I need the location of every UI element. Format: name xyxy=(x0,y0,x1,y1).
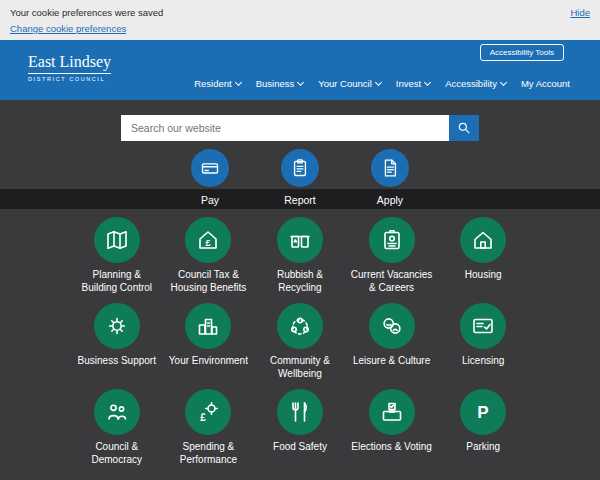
service-tile-leisure-and-culture[interactable]: Leisure & Culture xyxy=(346,303,438,380)
quick-action-report[interactable]: Report xyxy=(260,149,340,206)
nav-item-business[interactable]: Business xyxy=(256,78,304,89)
service-tile-planning-and-building-control[interactable]: Planning & Building Control xyxy=(71,217,163,294)
search-row xyxy=(0,115,600,141)
service-circle xyxy=(369,389,415,435)
service-label: Council Tax & Housing Benefits xyxy=(165,268,251,294)
gear-icon xyxy=(105,314,129,338)
pay-icon xyxy=(200,158,220,178)
service-tile-elections-and-voting[interactable]: Elections & Voting xyxy=(346,389,438,466)
service-label: Current Vacancies & Careers xyxy=(349,268,435,294)
accessibility-tools-button[interactable]: Accessibility Tools xyxy=(480,44,564,61)
quick-action-label: Apply xyxy=(377,194,403,206)
cutlery-icon xyxy=(288,400,312,424)
service-circle xyxy=(185,303,231,349)
service-tile-council-tax-and-housing-benefits[interactable]: Council Tax & Housing Benefits xyxy=(163,217,255,294)
service-circle xyxy=(277,217,323,263)
nav-item-label: Business xyxy=(256,78,295,89)
service-tile-housing[interactable]: Housing xyxy=(437,217,529,294)
service-circle xyxy=(460,217,506,263)
hide-cookie-banner-link[interactable]: Hide xyxy=(570,7,590,18)
logo-title: East Lindsey xyxy=(28,54,111,74)
nav-item-your-council[interactable]: Your Council xyxy=(318,78,381,89)
service-circle xyxy=(460,389,506,435)
nav-item-accessibility[interactable]: Accessibility xyxy=(445,78,506,89)
license-icon xyxy=(471,314,495,338)
service-circle xyxy=(369,303,415,349)
quick-action-pay[interactable]: Pay xyxy=(170,149,250,206)
nav-item-label: My Account xyxy=(521,78,570,89)
service-tile-licensing[interactable]: Licensing xyxy=(437,303,529,380)
spend-gear-icon xyxy=(196,400,220,424)
quick-action-apply[interactable]: Apply xyxy=(350,149,430,206)
main-nav: Resident Business Your Council Invest Ac… xyxy=(194,78,570,89)
services-grid: Planning & Building Control Council Tax … xyxy=(71,217,529,466)
service-label: Business Support xyxy=(78,354,156,367)
service-tile-spending-and-performance[interactable]: Spending & Performance xyxy=(163,389,255,466)
service-tile-rubbish-and-recycling[interactable]: Rubbish & Recycling xyxy=(254,217,346,294)
service-circle xyxy=(94,217,140,263)
service-label: Planning & Building Control xyxy=(74,268,160,294)
service-label: Rubbish & Recycling xyxy=(257,268,343,294)
nav-item-my-account[interactable]: My Account xyxy=(521,78,570,89)
quick-action-label: Pay xyxy=(201,194,219,206)
nav-item-label: Your Council xyxy=(318,78,372,89)
service-tile-current-vacancies-and-careers[interactable]: Current Vacancies & Careers xyxy=(346,217,438,294)
change-cookie-preferences-link[interactable]: Change cookie preferences xyxy=(10,23,126,34)
site-header: East Lindsey DISTRICT COUNCIL Accessibil… xyxy=(0,40,600,100)
apply-icon xyxy=(380,158,400,178)
chevron-down-icon xyxy=(375,78,382,85)
service-label: Parking xyxy=(466,440,500,453)
search-input[interactable] xyxy=(121,115,449,141)
logo-subtitle: DISTRICT COUNCIL xyxy=(28,76,111,82)
quick-actions: Pay Report Apply xyxy=(0,149,600,206)
search-icon xyxy=(457,121,471,135)
service-circle xyxy=(185,389,231,435)
service-label: Leisure & Culture xyxy=(353,354,430,367)
service-label: Food Safety xyxy=(273,440,327,453)
nav-item-label: Resident xyxy=(194,78,232,89)
recycle-bins-icon xyxy=(288,228,312,252)
service-label: Council & Democracy xyxy=(74,440,160,466)
service-circle xyxy=(277,389,323,435)
cookie-message: Your cookie preferences were saved xyxy=(10,7,590,18)
service-label: Elections & Voting xyxy=(351,440,432,453)
quick-action-circle xyxy=(191,149,229,187)
map-icon xyxy=(105,228,129,252)
masks-icon xyxy=(380,314,404,338)
service-circle xyxy=(94,389,140,435)
service-tile-food-safety[interactable]: Food Safety xyxy=(254,389,346,466)
search-button[interactable] xyxy=(449,115,479,141)
chevron-down-icon xyxy=(500,78,507,85)
service-label: Your Environment xyxy=(169,354,248,367)
quick-action-label: Report xyxy=(284,194,316,206)
service-label: Licensing xyxy=(462,354,504,367)
search-bar xyxy=(121,115,479,141)
quick-action-circle xyxy=(281,149,319,187)
people-icon xyxy=(105,400,129,424)
parking-icon xyxy=(471,400,495,424)
council-logo[interactable]: East Lindsey DISTRICT COUNCIL xyxy=(28,53,111,82)
service-tile-council-and-democracy[interactable]: Council & Democracy xyxy=(71,389,163,466)
cookie-banner: Your cookie preferences were saved Chang… xyxy=(0,0,600,40)
service-tile-your-environment[interactable]: Your Environment xyxy=(163,303,255,380)
ballot-icon xyxy=(380,400,404,424)
nav-item-invest[interactable]: Invest xyxy=(396,78,430,89)
community-icon xyxy=(288,314,312,338)
chevron-down-icon xyxy=(297,78,304,85)
chevron-down-icon xyxy=(235,78,242,85)
service-tile-business-support[interactable]: Business Support xyxy=(71,303,163,380)
service-label: Spending & Performance xyxy=(165,440,251,466)
city-icon xyxy=(196,314,220,338)
tax-house-icon xyxy=(196,228,220,252)
house-icon xyxy=(471,228,495,252)
nav-item-resident[interactable]: Resident xyxy=(194,78,241,89)
report-icon xyxy=(290,158,310,178)
quick-action-circle xyxy=(371,149,409,187)
service-circle xyxy=(460,303,506,349)
service-label: Housing xyxy=(465,268,502,281)
service-circle xyxy=(185,217,231,263)
service-tile-parking[interactable]: Parking xyxy=(437,389,529,466)
service-label: Community & Wellbeing xyxy=(257,354,343,380)
service-circle xyxy=(94,303,140,349)
service-tile-community-and-wellbeing[interactable]: Community & Wellbeing xyxy=(254,303,346,380)
